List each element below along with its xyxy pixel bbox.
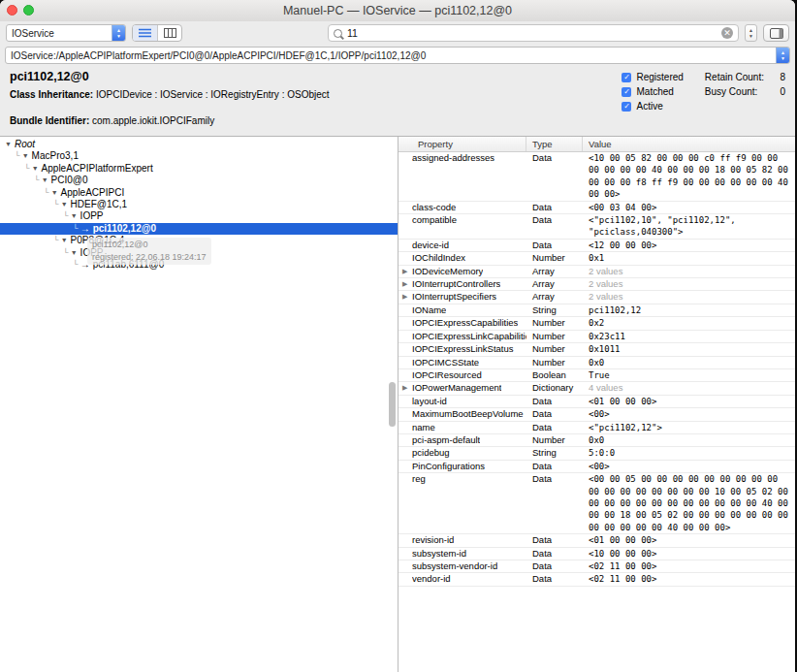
property-row[interactable]: ▶IOPowerManagementDictionary4 values [398, 382, 795, 395]
property-row[interactable]: subsystem-idData<10 00 00 00> [398, 548, 795, 560]
scrollbar-thumb[interactable] [389, 382, 396, 427]
checkbox-checked-icon[interactable]: ✓ [622, 102, 631, 112]
property-row[interactable]: layout-idData<01 00 00 00> [398, 396, 795, 408]
property-name: subsystem-vendor-id [412, 560, 497, 572]
path-stepper[interactable]: ▲▼ [776, 48, 789, 63]
property-row[interactable]: compatibleData<"pci1102,10", "pci1102,12… [398, 214, 795, 240]
property-table-body: assigned-addressesData<10 00 05 82 00 00… [398, 152, 795, 672]
disclosure-right-icon[interactable]: ▶ [402, 278, 412, 290]
tree-item[interactable]: └▼AppleACPIPCI [0, 187, 398, 199]
property-row[interactable]: IOPCIMCSStateNumber0x0 [398, 357, 795, 369]
tree-item[interactable]: └→pci1102,12@0 [0, 223, 398, 235]
property-row[interactable]: device-idData<12 00 00 00> [398, 240, 795, 252]
tree-item-label: AppleACPIPCI [61, 187, 125, 198]
stepper-down-icon: ▼ [749, 33, 753, 39]
property-row[interactable]: ▶IOInterruptSpecifiersArray2 values [398, 291, 795, 304]
checkbox-label: Registered [636, 72, 683, 82]
property-row[interactable]: IOChildIndexNumber0x1 [398, 252, 795, 265]
column-view-button[interactable] [157, 25, 181, 41]
tree-item[interactable]: └▼AppleACPIPlatformExpert [0, 163, 398, 175]
path-combobox[interactable]: IOService:/AppleACPIPlatformExpert/PCI0@… [5, 47, 790, 64]
disclosure-right-icon[interactable]: ▶ [402, 266, 412, 277]
column-header-property[interactable]: Property [398, 137, 526, 151]
property-row[interactable]: pcidebugString5:0:0 [398, 447, 795, 460]
property-value: 0x2 [583, 317, 795, 329]
property-name: assigned-addresses [412, 152, 494, 164]
property-row[interactable]: vendor-idData<02 11 00 00> [398, 573, 795, 586]
property-type: Data [526, 214, 583, 226]
search-field[interactable]: 11 ✕ [328, 24, 739, 42]
checkbox-active[interactable]: ✓Active [622, 99, 683, 113]
property-value: <12 00 00 00> [583, 240, 795, 251]
column-header-value[interactable]: Value [583, 137, 795, 151]
property-row[interactable]: revision-idData<01 00 00 00> [398, 534, 795, 547]
plane-combobox[interactable]: IOService ▲▼ [6, 24, 126, 42]
property-row[interactable]: IONameStringpci1102,12 [398, 304, 795, 317]
tree-connector: └ [63, 211, 69, 220]
zoom-button[interactable] [23, 5, 34, 16]
property-value: <01 00 00 00> [583, 534, 795, 546]
disclosure-spacer [402, 560, 412, 572]
property-row[interactable]: PinConfigurationsData<00> [398, 461, 795, 473]
disclosure-right-icon[interactable]: ▶ [402, 291, 412, 303]
count-value: 8 [770, 70, 785, 84]
path-bar: IOService:/AppleACPIPlatformExpert/PCI0@… [0, 45, 795, 66]
search-input[interactable]: 11 [347, 27, 717, 39]
disclosure-triangle-icon[interactable]: ▼ [71, 210, 78, 222]
property-row[interactable]: ▶IOInterruptControllersArray2 values [398, 278, 795, 291]
column-header-type[interactable]: Type [526, 137, 583, 151]
property-type: Array [526, 266, 583, 277]
property-row[interactable]: regData<00 00 05 00 00 00 00 00 00 00 00… [398, 473, 795, 534]
property-name: PinConfigurations [412, 461, 485, 472]
property-row[interactable]: assigned-addressesData<10 00 05 82 00 00… [398, 152, 795, 202]
tree-item[interactable]: ▼Root [0, 139, 398, 150]
list-view-button[interactable] [133, 25, 157, 41]
close-button[interactable] [7, 5, 17, 16]
property-row[interactable]: subsystem-vendor-idData<02 11 00 00> [398, 560, 795, 573]
disclosure-triangle-icon[interactable]: ▼ [22, 150, 29, 162]
disclosure-triangle-icon[interactable]: ▼ [61, 199, 68, 210]
property-row[interactable]: IOPCIResourcedBooleanTrue [398, 369, 795, 382]
disclosure-triangle-icon[interactable]: ▼ [5, 139, 12, 150]
checkbox-checked-icon[interactable]: ✓ [622, 87, 631, 97]
tree-item[interactable]: └▼HDEF@1C,1 [0, 199, 398, 210]
property-row[interactable]: nameData<"pci1102,12"> [398, 422, 795, 434]
property-row[interactable]: class-codeData<00 03 04 00> [398, 202, 795, 214]
property-row[interactable]: IOPCIExpressLinkCapabilitiesNumber0x23c1… [398, 331, 795, 343]
tree-item[interactable]: └▼IOPP [0, 210, 398, 222]
disclosure-triangle-icon[interactable]: ▼ [71, 247, 78, 259]
titlebar[interactable]: Manuel-PC — IOService — pci1102,12@0 [0, 0, 795, 21]
stepper-down-icon: ▼ [116, 33, 121, 39]
main-split: ▼Root└▼MacPro3,1└▼AppleACPIPlatformExper… [0, 136, 795, 672]
plane-stepper[interactable]: ▲▼ [112, 25, 125, 41]
tree-connector: └ [73, 224, 79, 233]
inspector-toggle-button[interactable] [763, 24, 789, 42]
property-table-header: Property Type Value [398, 137, 795, 152]
disclosure-triangle-icon[interactable]: ▼ [61, 235, 68, 246]
property-value: 0x1 [583, 252, 795, 264]
property-name: reg [412, 473, 426, 485]
checkbox-checked-icon[interactable]: ✓ [622, 73, 631, 82]
disclosure-triangle-icon[interactable]: ▼ [42, 175, 48, 186]
disclosure-right-icon[interactable]: ▶ [402, 382, 412, 394]
property-row[interactable]: IOPCIExpressCapabilitiesNumber0x2 [398, 317, 795, 330]
property-row[interactable]: MaximumBootBeepVolumeData<00> [398, 408, 795, 421]
checkbox-registered[interactable]: ✓Registered [622, 70, 683, 84]
tree-item[interactable]: └▼MacPro3,1 [0, 150, 398, 162]
property-row[interactable]: ▶IODeviceMemoryArray2 values [398, 266, 795, 278]
property-row[interactable]: pci-aspm-defaultNumber0x0 [398, 434, 795, 447]
property-value: 0x0 [583, 357, 795, 368]
tree-item[interactable]: └▼PCI0@0 [0, 175, 398, 186]
property-row[interactable]: IOPCIExpressLinkStatusNumber0x1011 [398, 343, 795, 356]
clear-search-button[interactable]: ✕ [721, 27, 733, 39]
property-name-cell: IOName [398, 304, 526, 316]
property-value: 2 values [583, 266, 795, 277]
property-type: Data [526, 396, 583, 407]
disclosure-triangle-icon[interactable]: ▼ [32, 163, 39, 175]
property-value: <"pci1102,10", "pci1102,12", "pciclass,0… [583, 214, 795, 239]
search-stepper[interactable]: ▲▼ [745, 24, 757, 42]
disclosure-triangle-icon[interactable]: ▼ [51, 187, 58, 199]
property-name-cell: name [398, 422, 526, 433]
checkbox-matched[interactable]: ✓Matched [622, 84, 683, 99]
registry-tree[interactable]: ▼Root└▼MacPro3,1└▼AppleACPIPlatformExper… [0, 137, 398, 672]
